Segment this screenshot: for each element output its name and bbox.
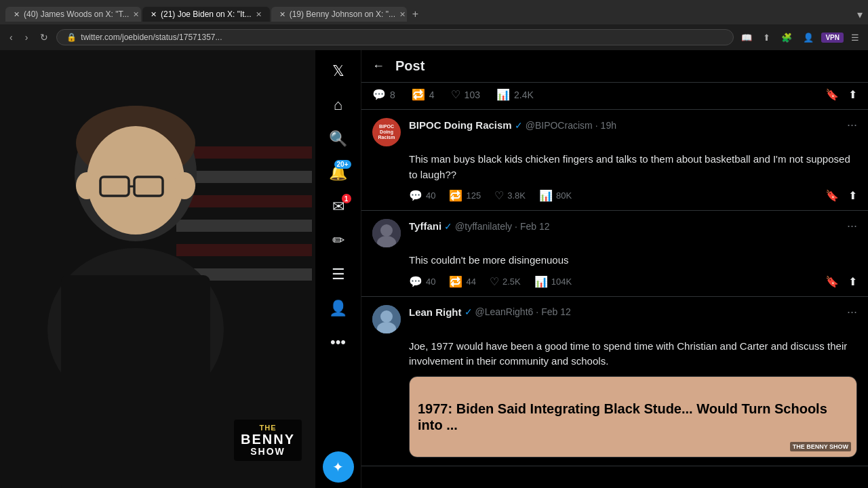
x-logo[interactable]: 𝕏 — [326, 56, 351, 87]
view-stat: 📊 2.4K — [496, 88, 534, 101]
tweet-tyffani-header: Tyffani ✓ @tyffanilately · Feb 12 ··· — [372, 219, 857, 247]
share-button[interactable]: ⬆ — [760, 30, 774, 45]
tab-bar: ✕ (40) James Woods on X: "T... ✕ ✕ (21) … — [0, 0, 868, 24]
list-icon: ☰ — [332, 266, 345, 283]
bipoc-like-count: 3.8K — [507, 190, 526, 201]
post-area[interactable]: ← Post 💬 8 🔁 4 ♡ 103 📊 2 — [361, 50, 868, 488]
tab-list-chevron[interactable]: ▾ — [857, 8, 863, 21]
tyffani-view-btn[interactable]: 📊 104K — [534, 275, 572, 288]
tweet-bipoc-meta: BIPOC Doing Racism ✓ @BIPOCracism · 19h … — [409, 118, 857, 132]
reply-stat: 💬 8 — [372, 88, 395, 101]
heart-icon: ♡ — [494, 189, 504, 202]
bipoc-reply-count: 40 — [426, 190, 435, 201]
tweet-leanright: Lean Right ✓ @LeanRight6 · Feb 12 ··· Jo… — [361, 297, 868, 466]
extensions-button[interactable]: 🧩 — [778, 30, 795, 45]
back-button[interactable]: ‹ — [5, 29, 17, 45]
chart-icon: 📊 — [534, 275, 548, 288]
tab-benny-johnson[interactable]: ✕ (19) Benny Johnson on X: "... ✕ — [271, 7, 407, 22]
svg-point-18 — [380, 224, 393, 237]
tyffani-verified-badge: ✓ — [444, 221, 452, 232]
menu-button[interactable]: ☰ — [848, 30, 863, 45]
sidebar-item-profile[interactable]: 👤 — [323, 293, 354, 324]
sidebar-item-search[interactable]: 🔍 — [323, 123, 354, 155]
tab-close-1[interactable]: ✕ — [133, 10, 139, 19]
bookmark-icon[interactable]: 🔖 — [825, 189, 839, 202]
tab-close-3[interactable]: ✕ — [399, 10, 406, 19]
search-icon: 🔍 — [329, 130, 347, 148]
svg-point-15 — [76, 172, 98, 199]
tyffani-reply-count: 40 — [426, 277, 435, 287]
leanright-tweet-image: 1977: Biden Said Integrating Black Stude… — [409, 376, 857, 458]
bipoc-like-btn[interactable]: ♡ 3.8K — [494, 189, 526, 202]
leanright-dot-separator: · — [536, 306, 538, 317]
new-tab-button[interactable]: + — [408, 7, 422, 22]
bipoc-verified-badge: ✓ — [515, 120, 523, 131]
sidebar-item-more[interactable]: ••• — [323, 327, 354, 358]
svg-point-16 — [174, 172, 195, 199]
share-icon[interactable]: ⬆ — [848, 88, 857, 101]
pencil-icon: ✏ — [332, 232, 344, 249]
post-action-buttons: 🔖 ⬆ — [825, 88, 857, 101]
avatar-leanright-image — [372, 305, 401, 333]
share-icon[interactable]: ⬆ — [848, 275, 857, 288]
twitter-panel: 𝕏 ⌂ 🔍 🔔 20+ ✉ 1 ✏ ☰ 👤 — [315, 50, 868, 488]
sidebar-item-compose[interactable]: ✏ — [323, 225, 354, 256]
tyffani-more-btn[interactable]: ··· — [847, 219, 857, 233]
tyffani-dot-separator: · — [515, 221, 517, 232]
left-panel: THE BENNY SHOW — [0, 50, 315, 488]
person-background: THE BENNY SHOW — [0, 50, 315, 488]
tab-close-2[interactable]: ✕ — [256, 10, 262, 19]
benny-show-logo: THE BENNY SHOW — [234, 420, 302, 461]
leanright-more-btn[interactable]: ··· — [847, 305, 857, 319]
address-text: twitter.com/joebiden/status/17571357... — [81, 33, 724, 42]
tab-joe-biden[interactable]: ✕ (21) Joe Biden on X: "It... ✕ — [142, 7, 270, 22]
profile-button[interactable]: 👤 — [800, 30, 817, 45]
sidebar-item-notifications[interactable]: 🔔 20+ — [323, 157, 354, 188]
avatar-bipoc-image: BIPOCDoingRacism — [372, 118, 401, 146]
more-icon: ••• — [330, 333, 346, 351]
compose-icon: ✦ — [332, 459, 344, 475]
forward-button[interactable]: › — [21, 29, 33, 45]
heart-icon: ♡ — [490, 275, 499, 288]
tab-label-1: (40) James Woods on X: "T... — [24, 9, 129, 19]
reply-count: 8 — [390, 89, 395, 100]
address-bar[interactable]: 🔒 twitter.com/joebiden/status/17571357..… — [56, 29, 734, 45]
sidebar-item-home[interactable]: ⌂ — [323, 89, 354, 121]
bipoc-view-btn[interactable]: 📊 80K — [539, 189, 572, 202]
bipoc-reply-btn[interactable]: 💬 40 — [409, 189, 435, 202]
compose-button[interactable]: ✦ — [323, 451, 354, 483]
reader-view-button[interactable]: 📖 — [738, 30, 755, 45]
tab-favicon-1: ✕ — [14, 10, 20, 19]
x-sidebar: 𝕏 ⌂ 🔍 🔔 20+ ✉ 1 ✏ ☰ 👤 — [315, 50, 361, 488]
tyffani-like-btn[interactable]: ♡ 2.5K — [490, 275, 521, 288]
tab-james-woods[interactable]: ✕ (40) James Woods on X: "T... ✕ — [5, 7, 141, 22]
tyffani-retweet-btn[interactable]: 🔁 44 — [449, 275, 475, 288]
back-arrow[interactable]: ← — [372, 59, 384, 73]
tyffani-tweet-text: This couldn't be more disingenuous — [409, 253, 857, 268]
avatar-bipoc: BIPOCDoingRacism — [372, 118, 401, 146]
svg-rect-1 — [176, 146, 312, 159]
bipoc-action-right: 🔖 ⬆ — [825, 189, 857, 202]
bookmark-icon[interactable]: 🔖 — [825, 88, 839, 101]
sidebar-item-lists[interactable]: ☰ — [323, 259, 354, 290]
tyffani-reply-btn[interactable]: 💬 40 — [409, 275, 435, 288]
tweet-tyffani-author-line: Tyffani ✓ @tyffanilately · Feb 12 ··· — [409, 219, 857, 233]
nav-bar: ‹ › ↻ 🔒 twitter.com/joebiden/status/1757… — [0, 24, 868, 50]
vpn-badge[interactable]: VPN — [821, 33, 844, 43]
bipoc-dot-separator: · — [595, 120, 598, 131]
bipoc-retweet-btn[interactable]: 🔁 125 — [449, 189, 481, 202]
svg-rect-2 — [176, 171, 312, 183]
sidebar-item-messages[interactable]: ✉ 1 — [323, 191, 354, 222]
share-icon[interactable]: ⬆ — [848, 189, 857, 202]
svg-rect-4 — [176, 220, 312, 232]
bookmark-icon[interactable]: 🔖 — [825, 275, 839, 288]
reload-button[interactable]: ↻ — [36, 29, 52, 45]
like-stat: ♡ 103 — [451, 88, 480, 101]
post-header: ← Post — [361, 50, 868, 83]
tyffani-action-right: 🔖 ⬆ — [825, 275, 857, 288]
person-icon: 👤 — [329, 300, 347, 317]
avatar-leanright — [372, 305, 401, 333]
reply-icon: 💬 — [372, 88, 386, 101]
chart-icon: 📊 — [539, 189, 553, 202]
bipoc-more-btn[interactable]: ··· — [847, 118, 857, 132]
